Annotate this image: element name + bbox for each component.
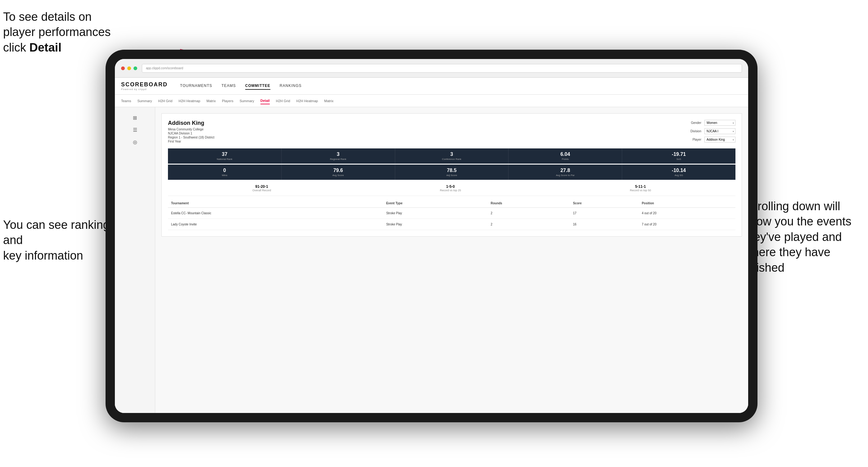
- player-header: Addison King Mesa Community College NJCA…: [168, 120, 736, 144]
- record-top25-value: 1-5-0: [440, 184, 461, 189]
- player-select[interactable]: Addison King: [704, 136, 736, 143]
- tablet-screen: app.clippd.com/scoreboard SCOREBOARD Pow…: [115, 59, 748, 413]
- annotation-top-left: To see details on player performances cl…: [3, 9, 121, 55]
- player-select-wrapper[interactable]: Addison King: [704, 136, 736, 143]
- stat-avg-score-par-label: Avg Score to Par: [511, 174, 619, 177]
- stat-avg-score-value: 79.6: [284, 168, 393, 173]
- row1-position: 4 out of 20: [639, 208, 736, 219]
- player-year: First Year: [168, 140, 215, 143]
- stat-adj-score: 78.5 Adj Score: [395, 164, 509, 180]
- sidebar: ⊞ ☰ ◎: [115, 107, 155, 413]
- player-college: Mesa Community College: [168, 128, 215, 131]
- scoreboard-logo: SCOREBOARD Powered by clippd: [121, 81, 168, 91]
- player-division: NJCAA Division 1: [168, 132, 215, 135]
- stat-wins: 0 Wins: [168, 164, 282, 180]
- records-row: 91-20-1 Overall Record 1-5-0 Record vs t…: [168, 181, 736, 196]
- sub-nav-summary[interactable]: Summary: [137, 98, 152, 104]
- stat-avg-score-label: Avg Score: [284, 174, 393, 177]
- sub-nav-h2h-grid[interactable]: H2H Grid: [158, 98, 172, 104]
- sub-nav-detail[interactable]: Detail: [260, 97, 270, 104]
- annotation-bold-detail: Detail: [29, 41, 61, 54]
- table-row-1: Estella CC- Mountain Classic Stroke Play…: [168, 208, 736, 219]
- tournament-table: Tournament Event Type Rounds Score Posit…: [168, 199, 736, 230]
- division-select[interactable]: NJCAA I: [704, 128, 736, 134]
- row1-event-type: Stroke Play: [383, 208, 488, 219]
- row2-rounds: 2: [487, 219, 570, 230]
- record-overall: 91-20-1 Overall Record: [252, 184, 271, 192]
- col-score: Score: [570, 199, 639, 208]
- row2-tournament: Lady Coyote Invite: [168, 219, 383, 230]
- sub-nav-h2h-grid2[interactable]: H2H Grid: [276, 98, 290, 104]
- stat-avg-score-par: 27.8 Avg Score to Par: [508, 164, 622, 180]
- sub-nav-summary2[interactable]: Summary: [240, 98, 254, 104]
- annotation-bottom-left: You can see rankings and key information: [3, 217, 121, 263]
- stat-adj-score-value: 78.5: [398, 168, 506, 173]
- sidebar-icon-3: ◎: [133, 139, 137, 145]
- browser-chrome: app.clippd.com/scoreboard: [115, 59, 748, 77]
- tournament-table-head: Tournament Event Type Rounds Score Posit…: [168, 199, 736, 208]
- player-region: Region 1 - Southwest (18) District: [168, 136, 215, 139]
- stat-sos-label: SoS: [625, 158, 733, 160]
- top-nav: SCOREBOARD Powered by clippd TOURNAMENTS…: [115, 77, 748, 95]
- tournament-table-body: Estella CC- Mountain Classic Stroke Play…: [168, 208, 736, 230]
- col-event-type: Event Type: [383, 199, 488, 208]
- sidebar-item-2[interactable]: ☰: [115, 124, 155, 136]
- row1-rounds: 2: [487, 208, 570, 219]
- table-row-2: Lady Coyote Invite Stroke Play 2 16 7 ou…: [168, 219, 736, 230]
- row2-event-type: Stroke Play: [383, 219, 488, 230]
- stat-sos-value: -19.71: [625, 152, 733, 157]
- tablet-shell: app.clippd.com/scoreboard SCOREBOARD Pow…: [105, 50, 757, 422]
- player-label: Player: [684, 138, 701, 141]
- sub-nav-players[interactable]: Players: [222, 98, 234, 104]
- player-control: Player Addison King: [684, 136, 736, 143]
- sidebar-item-1[interactable]: ⊞: [115, 112, 155, 124]
- nav-item-teams[interactable]: TEAMS: [221, 82, 236, 90]
- nav-item-tournaments[interactable]: TOURNAMENTS: [180, 82, 212, 90]
- annotation-right: Scrolling down will show you the events …: [744, 199, 862, 275]
- player-info: Addison King Mesa Community College NJCA…: [168, 120, 215, 144]
- record-top25-label: Record vs top 25: [440, 189, 461, 192]
- row2-score: 16: [570, 219, 639, 230]
- gender-select[interactable]: Women: [704, 120, 736, 126]
- gender-select-wrapper[interactable]: Women: [704, 120, 736, 126]
- player-controls: Gender Women Division: [684, 120, 736, 144]
- tournament-table-header-row: Tournament Event Type Rounds Score Posit…: [168, 199, 736, 208]
- sub-nav-teams[interactable]: Teams: [121, 98, 131, 104]
- stat-regional-rank-label: Regional Rank: [284, 158, 393, 160]
- stat-wins-label: Wins: [170, 174, 279, 177]
- sidebar-icon-1: ⊞: [133, 115, 137, 121]
- record-overall-value: 91-20-1: [252, 184, 271, 189]
- sub-nav-h2h-heatmap[interactable]: H2H Heatmap: [179, 98, 200, 104]
- col-position: Position: [639, 199, 736, 208]
- division-label: Division: [684, 129, 701, 133]
- record-top50-label: Record vs top 50: [630, 189, 651, 192]
- stat-regional-rank: 3 Regional Rank: [282, 148, 395, 164]
- logo-sub: Powered by clippd: [121, 88, 168, 91]
- logo-main: SCOREBOARD: [121, 81, 168, 88]
- nav-item-rankings[interactable]: RANKINGS: [280, 82, 302, 90]
- gender-label: Gender: [684, 121, 701, 125]
- row2-position: 7 out of 20: [639, 219, 736, 230]
- stat-national-rank-value: 37: [170, 152, 279, 157]
- stat-wins-value: 0: [170, 168, 279, 173]
- stat-avg-score-par-value: 27.8: [511, 168, 619, 173]
- stat-avg-score: 79.6 Avg Score: [282, 164, 395, 180]
- stat-adj-score-label: Adj Score: [398, 174, 506, 177]
- record-overall-label: Overall Record: [252, 189, 271, 192]
- col-rounds: Rounds: [487, 199, 570, 208]
- division-select-wrapper[interactable]: NJCAA I: [704, 128, 736, 134]
- player-section: Addison King Mesa Community College NJCA…: [161, 113, 742, 237]
- sidebar-item-3[interactable]: ◎: [115, 136, 155, 148]
- sub-nav-matrix[interactable]: Matrix: [207, 98, 216, 104]
- sub-nav-h2h-heatmap2[interactable]: H2H Heatmap: [297, 98, 318, 104]
- stat-regional-rank-value: 3: [284, 152, 393, 157]
- stat-national-rank-label: National Rank: [170, 158, 279, 160]
- stats-row-1: 37 National Rank 3 Regional Rank 3 Confe…: [168, 148, 736, 164]
- stat-conference-rank-label: Conference Rank: [398, 158, 506, 160]
- sub-nav-matrix2[interactable]: Matrix: [324, 98, 333, 104]
- content-panel: Addison King Mesa Community College NJCA…: [155, 107, 748, 413]
- player-name: Addison King: [168, 120, 215, 126]
- nav-item-committee[interactable]: COMMITTEE: [245, 82, 270, 90]
- stat-points-label: Points: [511, 158, 619, 160]
- record-top25: 1-5-0 Record vs top 25: [440, 184, 461, 192]
